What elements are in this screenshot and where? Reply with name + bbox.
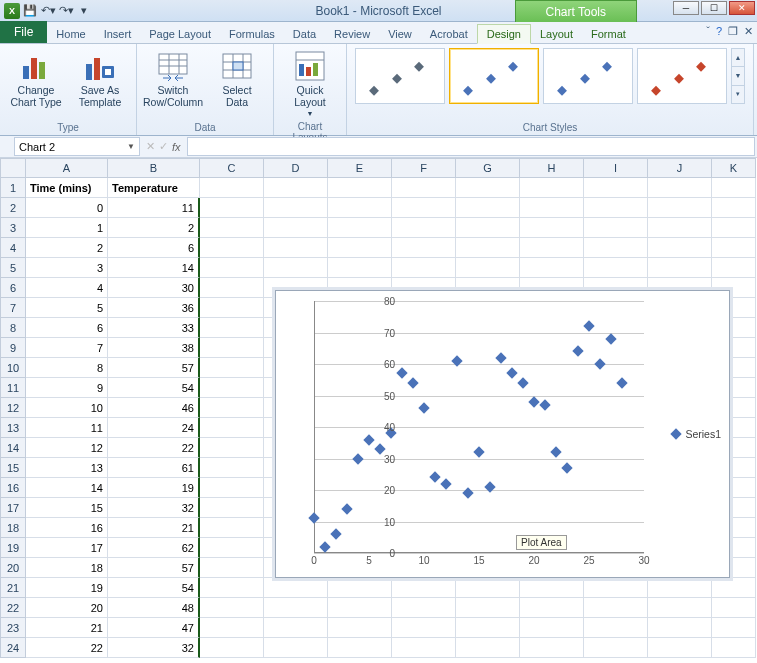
cell-I2[interactable] bbox=[584, 198, 648, 218]
cell-B19[interactable]: 62 bbox=[108, 538, 200, 558]
enter-formula-icon[interactable]: ✓ bbox=[159, 140, 168, 153]
close-button[interactable]: ✕ bbox=[729, 1, 755, 15]
cell-J4[interactable] bbox=[648, 238, 712, 258]
row-header-8[interactable]: 8 bbox=[0, 318, 26, 338]
cell-J5[interactable] bbox=[648, 258, 712, 278]
cell-D21[interactable] bbox=[264, 578, 328, 598]
cell-F23[interactable] bbox=[392, 618, 456, 638]
cell-B14[interactable]: 22 bbox=[108, 438, 200, 458]
cell-A19[interactable]: 17 bbox=[26, 538, 108, 558]
cell-A23[interactable]: 21 bbox=[26, 618, 108, 638]
cell-A9[interactable]: 7 bbox=[26, 338, 108, 358]
cell-J21[interactable] bbox=[648, 578, 712, 598]
cell-J2[interactable] bbox=[648, 198, 712, 218]
cell-A14[interactable]: 12 bbox=[26, 438, 108, 458]
quick-layout-button[interactable]: Quick Layout▼ bbox=[282, 48, 338, 120]
cell-C3[interactable] bbox=[200, 218, 264, 238]
undo-icon[interactable]: ↶▾ bbox=[40, 3, 56, 19]
cell-G4[interactable] bbox=[456, 238, 520, 258]
cell-A15[interactable]: 13 bbox=[26, 458, 108, 478]
cell-H1[interactable] bbox=[520, 178, 584, 198]
chart-legend[interactable]: Series1 bbox=[672, 428, 721, 440]
cell-C13[interactable] bbox=[200, 418, 264, 438]
cell-F4[interactable] bbox=[392, 238, 456, 258]
column-header-J[interactable]: J bbox=[648, 158, 712, 178]
cell-J3[interactable] bbox=[648, 218, 712, 238]
cell-B12[interactable]: 46 bbox=[108, 398, 200, 418]
cell-A17[interactable]: 15 bbox=[26, 498, 108, 518]
cell-E24[interactable] bbox=[328, 638, 392, 658]
cell-C21[interactable] bbox=[200, 578, 264, 598]
cell-G21[interactable] bbox=[456, 578, 520, 598]
cell-A2[interactable]: 0 bbox=[26, 198, 108, 218]
cell-I21[interactable] bbox=[584, 578, 648, 598]
column-header-G[interactable]: G bbox=[456, 158, 520, 178]
change-chart-type-button[interactable]: Change Chart Type bbox=[8, 48, 64, 110]
select-data-button[interactable]: Select Data bbox=[209, 48, 265, 110]
cell-D3[interactable] bbox=[264, 218, 328, 238]
cell-B22[interactable]: 48 bbox=[108, 598, 200, 618]
row-header-22[interactable]: 22 bbox=[0, 598, 26, 618]
cell-D1[interactable] bbox=[264, 178, 328, 198]
cell-D23[interactable] bbox=[264, 618, 328, 638]
cell-C24[interactable] bbox=[200, 638, 264, 658]
tab-file[interactable]: File bbox=[0, 21, 47, 43]
cell-H21[interactable] bbox=[520, 578, 584, 598]
cell-E23[interactable] bbox=[328, 618, 392, 638]
cell-K3[interactable] bbox=[712, 218, 756, 238]
cell-J23[interactable] bbox=[648, 618, 712, 638]
embedded-chart[interactable]: 01020304050607080 051015202530 Series1 P… bbox=[275, 290, 730, 578]
cell-G24[interactable] bbox=[456, 638, 520, 658]
cell-C14[interactable] bbox=[200, 438, 264, 458]
cell-B23[interactable]: 47 bbox=[108, 618, 200, 638]
cell-F21[interactable] bbox=[392, 578, 456, 598]
chart-style-3[interactable] bbox=[543, 48, 633, 104]
cell-B3[interactable]: 2 bbox=[108, 218, 200, 238]
cell-C1[interactable] bbox=[200, 178, 264, 198]
cell-C17[interactable] bbox=[200, 498, 264, 518]
excel-icon[interactable]: X bbox=[4, 3, 20, 19]
row-header-15[interactable]: 15 bbox=[0, 458, 26, 478]
cell-A16[interactable]: 14 bbox=[26, 478, 108, 498]
cell-K21[interactable] bbox=[712, 578, 756, 598]
cell-B1[interactable]: Temperature bbox=[108, 178, 200, 198]
cell-C19[interactable] bbox=[200, 538, 264, 558]
cell-B18[interactable]: 21 bbox=[108, 518, 200, 538]
cell-F24[interactable] bbox=[392, 638, 456, 658]
cell-C22[interactable] bbox=[200, 598, 264, 618]
cell-G23[interactable] bbox=[456, 618, 520, 638]
plot-area[interactable] bbox=[314, 301, 644, 553]
row-header-18[interactable]: 18 bbox=[0, 518, 26, 538]
cell-C5[interactable] bbox=[200, 258, 264, 278]
column-header-H[interactable]: H bbox=[520, 158, 584, 178]
name-box-dropdown-icon[interactable]: ▼ bbox=[127, 142, 135, 151]
cell-C18[interactable] bbox=[200, 518, 264, 538]
name-box[interactable]: Chart 2▼ bbox=[14, 137, 140, 156]
cell-C4[interactable] bbox=[200, 238, 264, 258]
column-header-C[interactable]: C bbox=[200, 158, 264, 178]
cell-I22[interactable] bbox=[584, 598, 648, 618]
cell-G1[interactable] bbox=[456, 178, 520, 198]
row-header-3[interactable]: 3 bbox=[0, 218, 26, 238]
cell-D22[interactable] bbox=[264, 598, 328, 618]
row-header-21[interactable]: 21 bbox=[0, 578, 26, 598]
cell-B5[interactable]: 14 bbox=[108, 258, 200, 278]
cell-A18[interactable]: 16 bbox=[26, 518, 108, 538]
chart-style-4[interactable] bbox=[637, 48, 727, 104]
cell-I24[interactable] bbox=[584, 638, 648, 658]
cell-C7[interactable] bbox=[200, 298, 264, 318]
cell-B13[interactable]: 24 bbox=[108, 418, 200, 438]
cell-H5[interactable] bbox=[520, 258, 584, 278]
cell-I4[interactable] bbox=[584, 238, 648, 258]
cell-C8[interactable] bbox=[200, 318, 264, 338]
cell-A7[interactable]: 5 bbox=[26, 298, 108, 318]
cell-H2[interactable] bbox=[520, 198, 584, 218]
cell-E1[interactable] bbox=[328, 178, 392, 198]
cell-I23[interactable] bbox=[584, 618, 648, 638]
row-header-10[interactable]: 10 bbox=[0, 358, 26, 378]
cell-A6[interactable]: 4 bbox=[26, 278, 108, 298]
cell-C10[interactable] bbox=[200, 358, 264, 378]
row-header-16[interactable]: 16 bbox=[0, 478, 26, 498]
cell-C20[interactable] bbox=[200, 558, 264, 578]
column-header-A[interactable]: A bbox=[26, 158, 108, 178]
